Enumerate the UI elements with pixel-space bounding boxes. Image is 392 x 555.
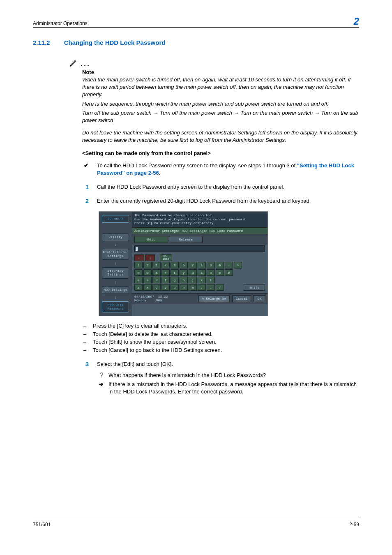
key-r[interactable]: r — [161, 269, 170, 276]
panel-breadcrumb: Administrator Settings> HDD Settings> HD… — [132, 227, 267, 234]
key-2[interactable]: 2 — [143, 262, 152, 268]
kb-row-2: qwertyuiop@ — [134, 269, 265, 276]
chapter-number: 2 — [354, 16, 359, 26]
onscreen-keyboard: ← → De- lete 1234567890-^ qwertyuiop@ as… — [132, 253, 267, 293]
key-t[interactable]: t — [171, 269, 179, 276]
key-u[interactable]: u — [189, 269, 197, 276]
kb-row-4: zxcvbnm,./Shift — [134, 284, 265, 291]
key-a[interactable]: a — [134, 277, 143, 283]
key-k[interactable]: k — [198, 277, 206, 283]
setting-heading: <Setting can be made only from the contr… — [82, 150, 359, 156]
key-n[interactable]: n — [180, 284, 188, 291]
key-^[interactable]: ^ — [234, 262, 242, 268]
key-p[interactable]: p — [216, 269, 224, 276]
question-icon: ? — [97, 372, 104, 379]
note-dots: ... — [81, 60, 90, 67]
key-q[interactable]: q — [134, 269, 143, 276]
bookmark-button[interactable]: Bookmark — [102, 215, 129, 223]
key-d[interactable]: d — [152, 277, 161, 283]
key-@[interactable]: @ — [225, 269, 233, 276]
bullet-check-text: To call the HDD Lock Password entry scre… — [97, 162, 359, 177]
panel-status-info: 04/16/2007 13:22 Memory 100% — [134, 295, 196, 303]
key-e[interactable]: e — [152, 269, 161, 276]
section-title: Changing the HDD Lock Password — [64, 39, 166, 46]
step-number-3: 3 — [82, 361, 89, 368]
key-5[interactable]: 5 — [171, 262, 179, 268]
step-2-text: Enter the currently registered 20-digit … — [97, 197, 359, 205]
key-9[interactable]: 9 — [207, 262, 215, 268]
down-arrow-icon: ↓ — [114, 261, 116, 266]
check-icon: ✔ — [82, 162, 89, 169]
step-number-2: 2 — [82, 197, 89, 204]
dash-item: Touch [Cancel] to go back to the HDD Set… — [93, 346, 222, 354]
note-body: When the main power switch is turned off… — [82, 76, 359, 144]
key-o[interactable]: o — [207, 269, 215, 276]
utility-button[interactable]: Utility — [102, 234, 129, 241]
delete-key[interactable]: De- lete — [160, 254, 172, 261]
key-f[interactable]: f — [161, 277, 170, 283]
right-arrow-key[interactable]: → — [145, 254, 155, 261]
key-g[interactable]: g — [171, 277, 179, 283]
key-x[interactable]: x — [143, 284, 152, 291]
footer-page-number: 2-59 — [349, 522, 359, 527]
left-arrow-key[interactable]: ← — [134, 254, 144, 261]
down-arrow-icon: ↓ — [114, 296, 116, 300]
ok-button[interactable]: OK — [254, 295, 265, 302]
cancel-button[interactable]: Cancel — [232, 295, 251, 302]
key-h[interactable]: h — [180, 277, 188, 283]
key-c[interactable]: c — [152, 284, 161, 291]
hdd-lock-password-button[interactable]: HDD Lock Password — [102, 301, 129, 313]
key-8[interactable]: 8 — [198, 262, 206, 268]
password-entry-field[interactable] — [134, 245, 265, 252]
dash-item: Touch [Shift] to show the upper case/sym… — [93, 338, 217, 346]
step-number-1: 1 — [82, 183, 89, 190]
note-label: Note — [82, 69, 359, 75]
step-1-text: Call the HDD Lock Password entry screen … — [97, 183, 359, 191]
page-header-title: Administrator Operations — [33, 21, 88, 26]
key-j[interactable]: j — [189, 277, 197, 283]
down-arrow-icon: ↓ — [114, 243, 116, 247]
answer-text: If there is a mismatch in the HDD Lock P… — [108, 381, 359, 395]
key-w[interactable]: w — [143, 269, 152, 276]
key-,[interactable]: , — [198, 284, 206, 291]
key-6[interactable]: 6 — [180, 262, 188, 268]
key--[interactable]: - — [225, 262, 233, 268]
dash-item: Press the [C] key to clear all character… — [93, 322, 187, 330]
pencil-icon — [69, 58, 78, 67]
key-/[interactable]: / — [216, 284, 224, 291]
admin-settings-button[interactable]: Administrator Settings — [102, 249, 129, 260]
key-0[interactable]: 0 — [216, 262, 224, 268]
hdd-settings-button[interactable]: HDD Settings — [102, 286, 129, 294]
kb-row-1: 1234567890-^ — [134, 262, 265, 268]
step-3-text: Select the [Edit] and touch [OK]. — [97, 361, 359, 368]
key-1[interactable]: 1 — [134, 262, 143, 268]
answer-arrow-icon: ➔ — [97, 381, 104, 387]
enlarge-button[interactable]: ✎ Enlarge On — [198, 295, 230, 302]
key-m[interactable]: m — [189, 284, 197, 291]
control-panel-screenshot: Bookmark Utility ↓ Administrator Setting… — [99, 211, 268, 316]
release-tab[interactable]: Release — [169, 236, 203, 243]
key-3[interactable]: 3 — [152, 262, 161, 268]
question-text: What happens if there is a mismatch in t… — [108, 372, 359, 379]
security-settings-button[interactable]: Security Settings — [102, 267, 129, 279]
key-b[interactable]: b — [171, 284, 179, 291]
key-4[interactable]: 4 — [161, 262, 170, 268]
key-.[interactable]: . — [207, 284, 215, 291]
key-s[interactable]: s — [143, 277, 152, 283]
key-y[interactable]: y — [180, 269, 188, 276]
key-7[interactable]: 7 — [189, 262, 197, 268]
shift-key[interactable]: Shift — [244, 284, 265, 291]
down-arrow-icon: ↓ — [114, 280, 116, 284]
key-v[interactable]: v — [161, 284, 170, 291]
kb-row-3: asdfghjkl — [134, 277, 265, 283]
key-z[interactable]: z — [134, 284, 143, 291]
edit-tab[interactable]: Edit — [134, 236, 168, 243]
section-number: 2.11.2 — [33, 39, 50, 46]
panel-message: The Password can be changed or canceled.… — [132, 212, 267, 227]
key-i[interactable]: i — [198, 269, 206, 276]
key-l[interactable]: l — [207, 277, 215, 283]
dash-item: Touch [Delete] to delete the last charac… — [93, 330, 212, 338]
footer-model: 751/601 — [33, 522, 51, 527]
